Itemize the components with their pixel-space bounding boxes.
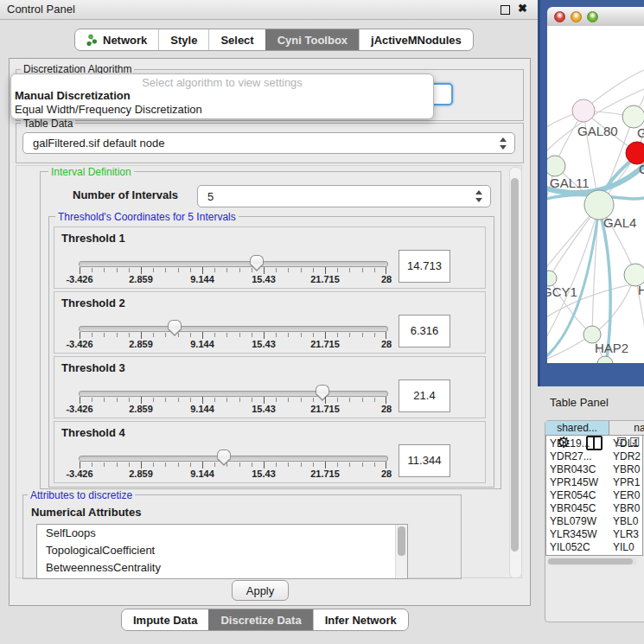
apply-button[interactable]: Apply (232, 580, 289, 601)
attributes-group-label: Attributes to discretize (28, 489, 135, 501)
list-scrollbar[interactable] (395, 525, 407, 578)
minimize-traffic-light[interactable] (571, 11, 582, 22)
tab-network-label: Network (103, 34, 147, 47)
algorithm-dropdown-popup: Select algorithm to view settings Manual… (10, 73, 434, 119)
slider-thumb[interactable] (217, 450, 231, 460)
slider-thumb[interactable] (168, 320, 182, 330)
scrollbar-thumb[interactable] (511, 178, 519, 552)
slider-tick-labels: -3.4262.8599.14415.4321.71528 (80, 404, 386, 414)
tab-style[interactable]: Style (158, 29, 208, 50)
table-panel-title: Table Panel (550, 396, 609, 409)
threshold-1-slider[interactable] (79, 261, 388, 267)
threshold-4-slider[interactable] (79, 456, 388, 462)
node-label-hap2: HAP2 (595, 341, 628, 355)
tab-impute-data[interactable]: Impute Data (122, 609, 208, 630)
threshold-2-value-field[interactable]: 6.316 (399, 315, 450, 348)
number-of-intervals-select[interactable]: 5 (197, 185, 491, 207)
combo-arrows-icon (499, 137, 508, 150)
tab-discretize-data[interactable]: Discretize Data (208, 609, 312, 630)
scrollbar-thumb[interactable] (548, 558, 633, 564)
combo-arrows-icon (475, 190, 484, 202)
node-gal11[interactable] (547, 156, 565, 176)
slider-ticks (80, 462, 386, 467)
slider-thumb[interactable] (316, 385, 329, 395)
table-data-select[interactable]: galFiltered.sif default node (22, 132, 515, 154)
threshold-2-row: Threshold 2 -3.4262.8599.14415.4321.7152… (54, 291, 486, 354)
slider-tick-labels: -3.4262.8599.14415.4321.71528 (80, 274, 386, 284)
slider-ticks (80, 268, 386, 272)
threshold-4-value-field[interactable]: 11.344 (399, 444, 450, 477)
table-horizontal-scrollbar[interactable] (547, 558, 637, 565)
close-icon[interactable]: ✖ (518, 2, 527, 15)
threshold-2-slider[interactable] (79, 326, 388, 332)
network-icon (86, 34, 98, 47)
table-row[interactable]: YDR27...YDR2 (545, 450, 643, 463)
numerical-attributes-heading: Numerical Attributes (31, 506, 141, 519)
top-tab-bar: Network Style Select Cyni Toolbox jActiv… (74, 29, 474, 51)
slider-thumb[interactable] (250, 255, 264, 265)
zoom-traffic-light[interactable] (587, 11, 598, 22)
table-panel: ⚙ ☑ ☑ shared... na YDL19...YDL1 YDR27...… (545, 420, 644, 622)
node-label-gal4: GAL4 (603, 215, 636, 230)
thresholds-group-label: Threshold's Coordinates for 5 Intervals (55, 211, 239, 223)
slider-ticks (80, 398, 386, 402)
table-data-group-label: Table Data (21, 118, 75, 130)
table-row[interactable]: YDL19...YDL1 (545, 437, 643, 450)
node-label-gal80: GAL80 (577, 124, 618, 138)
table-row[interactable]: YBL079WYBL0 (545, 515, 643, 528)
threshold-1-value-field[interactable]: 14.713 (399, 250, 450, 283)
table-row[interactable]: YER054CYER0 (545, 489, 643, 502)
threshold-3-value-field[interactable]: 21.4 (399, 379, 450, 412)
numerical-attributes-list[interactable]: SelfLoops TopologicalCoefficient Between… (36, 524, 408, 579)
tab-cyni-toolbox[interactable]: Cyni Toolbox (265, 29, 359, 50)
list-item[interactable]: BetweennessCentrality (37, 559, 407, 577)
table-row[interactable]: YBR045CYBR0 (545, 502, 643, 515)
node-label-gcy1: GCY1 (547, 284, 577, 299)
table-row[interactable]: YIL052CYIL0 (545, 541, 643, 554)
node-table[interactable]: shared... na YDL19...YDL1 YDR27...YDR2 Y… (545, 421, 643, 556)
slider-ticks (80, 333, 386, 337)
column-header-name[interactable]: na (609, 421, 643, 436)
node-gal80[interactable] (572, 99, 595, 122)
list-item[interactable]: TopologicalCoefficient (37, 542, 407, 559)
slider-tick-labels: -3.4262.8599.14415.4321.71528 (80, 469, 386, 479)
control-panel-titlebar: Control Panel ✖ (0, 0, 538, 20)
tab-select[interactable]: Select (208, 29, 265, 50)
node-label-clipped-red: C (639, 162, 644, 176)
node-label-gal11: GAL11 (550, 175, 590, 190)
threshold-3-row: Threshold 3 -3.4262.8599.14415.4321.7152… (54, 356, 486, 418)
tab-infer-network[interactable]: Infer Network (313, 609, 408, 630)
table-row[interactable]: YBR043CYBR0 (545, 463, 643, 476)
settings-vertical-scrollbar[interactable] (509, 167, 522, 578)
number-of-intervals-label: Number of Intervals (73, 188, 178, 201)
node-label-clipped-right: H (638, 283, 644, 297)
network-window-titlebar (547, 7, 644, 27)
table-row[interactable]: YPR145WYPR1 (545, 476, 643, 489)
threshold-4-row: Threshold 4 -3.4262.8599.14415.4321.7152… (54, 421, 486, 483)
interval-definition-label: Interval Definition (48, 166, 134, 178)
tab-jactivemnodules[interactable]: jActiveMNodules (359, 29, 473, 50)
dropdown-option-manual[interactable]: Manual Discretization (15, 89, 131, 102)
table-data-select-value: galFiltered.sif default node (33, 137, 164, 150)
node-label-clipped-top-right: GA (637, 125, 644, 140)
close-traffic-light[interactable] (554, 11, 565, 22)
scrollbar-thumb[interactable] (398, 526, 405, 556)
network-canvas[interactable]: GAL80 GA C GAL11 GAL4 GCY1 H HAP2 (547, 26, 644, 363)
column-header-shared-name[interactable]: shared... (545, 421, 609, 436)
list-item[interactable]: SelfLoops (37, 525, 407, 542)
dropdown-option-equal-width[interactable]: Equal Width/Frequency Discretization (15, 103, 202, 116)
table-row[interactable]: YLR345WYLR3 (545, 528, 643, 541)
screen: Control Panel ✖ Network Style Select Cyn… (0, 0, 644, 644)
threshold-1-row: Threshold 1 -3.4262.8599.14415.4321.7152… (54, 226, 486, 289)
slider-tick-labels: -3.4262.8599.14415.4321.71528 (80, 339, 386, 349)
dropdown-placeholder: Select algorithm to view settings (11, 76, 433, 89)
number-of-intervals-value: 5 (207, 190, 214, 203)
float-window-icon[interactable] (501, 5, 510, 15)
window-title: Control Panel (7, 3, 75, 16)
tab-network[interactable]: Network (75, 29, 158, 50)
node-bottom-clipped[interactable] (597, 356, 613, 363)
bottom-tab-bar: Impute Data Discretize Data Infer Networ… (121, 609, 409, 631)
threshold-3-slider[interactable] (79, 391, 388, 397)
